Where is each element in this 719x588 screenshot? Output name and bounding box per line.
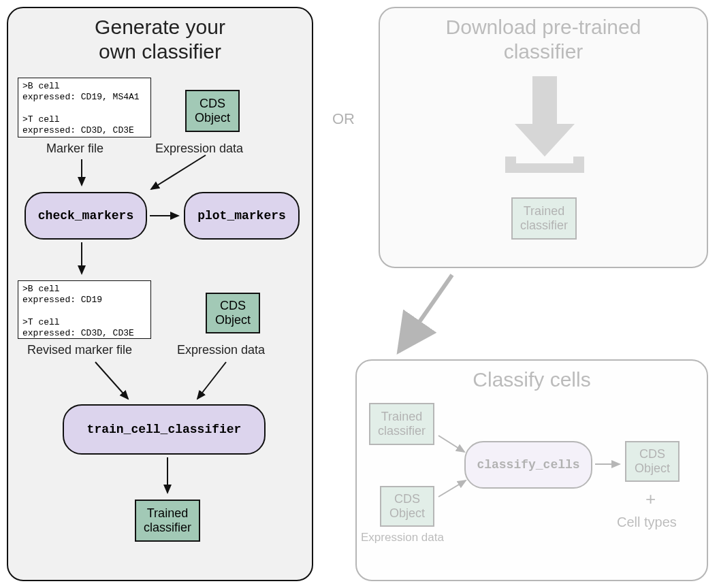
trained-classifier-output: Trained classifier <box>135 500 200 542</box>
revised-marker-file-label: Revised marker file <box>27 343 132 357</box>
plot-markers-node: plot_markers <box>184 192 300 240</box>
svg-line-11 <box>438 480 466 497</box>
left-panel-title: Generate your own classifier <box>8 15 312 64</box>
cds-object-output: CDS Object <box>625 441 680 482</box>
expression-data-bottom-label: Expression data <box>361 531 444 544</box>
cds-object-mid: CDS Object <box>206 293 260 333</box>
svg-line-1 <box>151 155 206 189</box>
train-cell-classifier-node: train_cell_classifier <box>63 404 266 455</box>
plus-symbol: + <box>645 489 656 510</box>
svg-line-9 <box>399 275 452 351</box>
expression-data-top-label: Expression data <box>155 142 243 156</box>
right-top-title: Download pre-trained classifier <box>380 15 707 64</box>
svg-marker-8 <box>515 124 575 157</box>
marker-file-block: >B cell expressed: CD19, MS4A1 >T cell e… <box>18 78 151 137</box>
revised-marker-file-block: >B cell expressed: CD19 >T cell expresse… <box>18 280 151 339</box>
marker-file-label: Marker file <box>46 142 103 156</box>
cds-object-top: CDS Object <box>185 90 240 132</box>
classify-cells-panel: Classify cells Trained classifier CDS Ob… <box>355 359 708 581</box>
svg-line-10 <box>438 436 464 452</box>
svg-line-5 <box>197 362 226 399</box>
download-classifier-panel: Download pre-trained classifier Trained … <box>379 7 708 268</box>
right-bottom-title: Classify cells <box>357 368 707 392</box>
trained-classifier-input: Trained classifier <box>369 403 434 445</box>
or-label: OR <box>332 110 355 128</box>
cell-types-label: Cell types <box>617 514 677 530</box>
downloaded-trained-classifier: Trained classifier <box>511 197 577 240</box>
svg-rect-7 <box>532 76 557 127</box>
check-markers-node: check_markers <box>25 192 147 240</box>
svg-line-4 <box>95 362 128 399</box>
expression-data-mid-label: Expression data <box>177 343 265 357</box>
cds-object-input: CDS Object <box>380 486 434 527</box>
classify-cells-node: classify_cells <box>464 441 592 489</box>
generate-classifier-panel: Generate your own classifier >B cell exp… <box>7 7 313 581</box>
